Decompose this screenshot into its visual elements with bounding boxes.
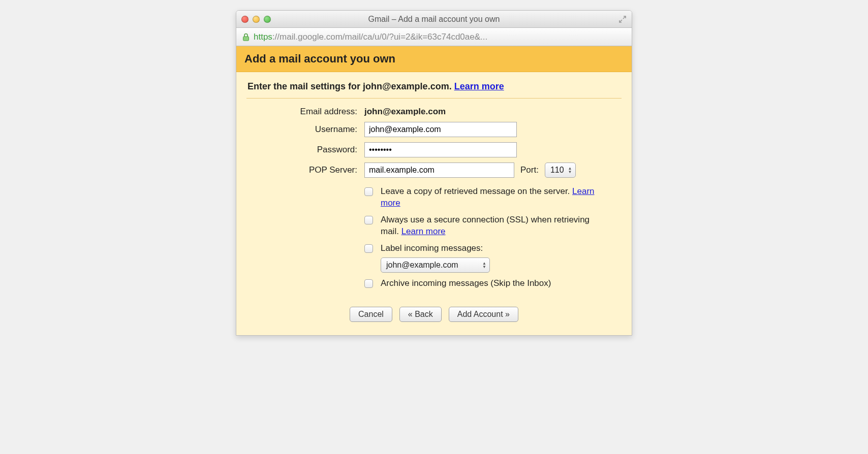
ssl-option: Always use a secure connection (SSL) whe… — [364, 214, 603, 238]
window-title: Gmail – Add a mail account you own — [236, 15, 632, 24]
email-address-value: john@example.com — [364, 107, 622, 117]
stepper-icon: ▲▼ — [482, 262, 486, 269]
close-icon[interactable] — [241, 16, 249, 23]
instruction-prefix: Enter the mail settings for — [247, 81, 363, 91]
label-incoming-option: Label incoming messages: john@example.co… — [364, 243, 603, 273]
port-label: Port: — [520, 165, 539, 175]
ssl-learn-more-link[interactable]: Learn more — [401, 226, 446, 236]
titlebar: Gmail – Add a mail account you own — [236, 11, 632, 28]
window-controls — [241, 16, 271, 23]
address-bar[interactable]: https://mail.google.com/mail/ca/u/0/?ui=… — [236, 28, 632, 46]
lock-icon — [242, 33, 250, 41]
ssl-text: Always use a secure connection (SSL) whe… — [381, 214, 603, 238]
label-incoming-text: Label incoming messages: john@example.co… — [381, 243, 603, 273]
email-address-label: Email address: — [246, 107, 358, 117]
minimize-icon[interactable] — [253, 16, 260, 23]
password-field[interactable] — [364, 142, 517, 157]
username-label: Username: — [246, 124, 358, 135]
url-sep: :// — [272, 32, 280, 42]
leave-copy-checkbox[interactable] — [364, 187, 373, 196]
expand-icon[interactable] — [618, 15, 627, 23]
form-body: Enter the mail settings for john@example… — [236, 72, 632, 335]
url-path: /mail/ca/u/0/?ui=2&ik=63c74cd0ae&... — [343, 32, 487, 42]
svg-rect-0 — [243, 37, 249, 41]
leave-copy-option: Leave a copy of retrieved message on the… — [364, 186, 603, 209]
instruction-text: Enter the mail settings for john@example… — [246, 79, 622, 98]
archive-option: Archive incoming messages (Skip the Inbo… — [364, 278, 603, 289]
button-row: Cancel « Back Add Account » — [246, 307, 622, 322]
cancel-button[interactable]: Cancel — [350, 307, 392, 322]
popup-window: Gmail – Add a mail account you own https… — [236, 10, 632, 336]
url-scheme: https — [254, 32, 272, 42]
label-incoming-checkbox[interactable] — [364, 244, 373, 253]
ssl-checkbox[interactable] — [364, 216, 373, 224]
label-incoming-select[interactable]: john@example.com ▲▼ — [381, 257, 490, 273]
pop-server-field[interactable] — [364, 163, 514, 178]
leave-copy-text: Leave a copy of retrieved message on the… — [381, 186, 603, 209]
zoom-icon[interactable] — [264, 16, 271, 23]
add-account-button[interactable]: Add Account » — [449, 307, 518, 322]
password-label: Password: — [246, 145, 358, 155]
url-host: mail.google.com — [280, 32, 343, 42]
port-select[interactable]: 110 ▲▼ — [545, 163, 576, 178]
options: Leave a copy of retrieved message on the… — [364, 186, 622, 289]
archive-checkbox[interactable] — [364, 279, 373, 288]
stepper-icon: ▲▼ — [568, 167, 572, 174]
username-field[interactable] — [364, 122, 517, 137]
back-button[interactable]: « Back — [399, 307, 442, 322]
instruction-learn-more-link[interactable]: Learn more — [454, 81, 504, 91]
page-title: Add a mail account you own — [236, 46, 632, 72]
divider — [246, 98, 622, 99]
port-select-value: 110 — [550, 166, 564, 175]
pop-server-label: POP Server: — [246, 165, 358, 175]
label-incoming-select-value: john@example.com — [386, 260, 458, 271]
leave-copy-label: Leave a copy of retrieved message on the… — [381, 186, 572, 196]
archive-text: Archive incoming messages (Skip the Inbo… — [381, 278, 603, 289]
instruction-suffix: . — [449, 81, 454, 91]
settings-form: Email address: john@example.com Username… — [246, 107, 622, 289]
instruction-email: john@example.com — [363, 81, 449, 91]
label-incoming-label: Label incoming messages: — [381, 243, 483, 253]
